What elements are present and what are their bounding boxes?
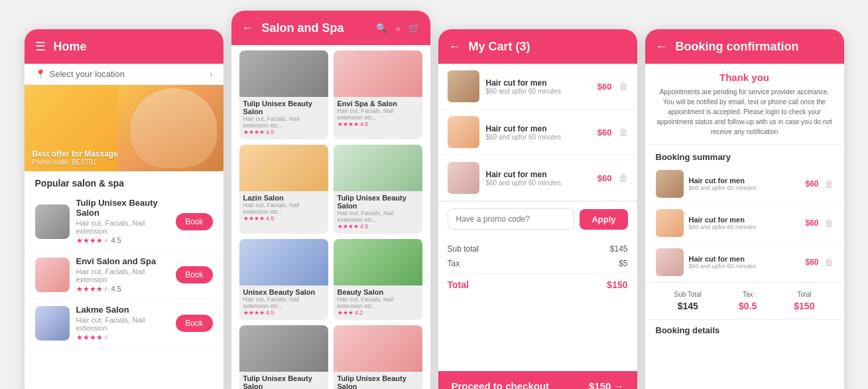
promo-input[interactable] — [448, 208, 575, 230]
list-item[interactable]: Unisex Beauty Salon Hair cut, Facials, N… — [239, 239, 328, 320]
salon-thumbnail — [35, 204, 70, 239]
booking-item-sub: $60 and upfor 60 minutes — [689, 185, 800, 191]
booking-item-name: Hair cut for men — [689, 177, 800, 185]
location-text: Select your location — [50, 69, 125, 79]
promo-line2: Promo code: BEST01 — [32, 159, 118, 166]
booking-item-thumbnail — [656, 209, 684, 237]
tax-value: $0.5 — [739, 301, 757, 311]
location-icon: 📍 — [35, 69, 46, 79]
total-value: $150 — [607, 279, 627, 290]
delete-icon[interactable]: 🗑 — [619, 127, 628, 137]
checkout-bar[interactable]: Proceed to checkout $150 → — [438, 371, 637, 389]
tax-col: Tax $0.5 — [739, 291, 757, 311]
salon-info: Lakme Salon Hair cut, Facials, Nail exte… — [76, 305, 170, 342]
cart-item-price: $60 — [597, 173, 612, 183]
cart-summary: Sub total $145 Tax $5 Total $150 — [438, 236, 637, 298]
list-item[interactable]: Envi Spa & Salon Hair cut, Facials, Nail… — [334, 50, 422, 139]
cart-item-name: Hair cut for men — [486, 170, 591, 179]
delete-icon[interactable]: 🗑 — [619, 173, 628, 183]
grid-salon-name: Tulip Unisex Beauty Salon — [243, 374, 324, 389]
total-label: Total — [794, 291, 814, 298]
screen-salon-spa: ← Salon and Spa 🔍 ⬦ 🛒 Tulip Unisex Beaut… — [231, 11, 430, 389]
delete-icon[interactable]: 🗑 — [824, 257, 834, 268]
total-col: Total $150 — [794, 291, 814, 311]
cart-item-sub: $60 and upfor 60 minutes — [486, 179, 591, 187]
salon-sub: Hair cut, Facials, Nail extension — [76, 316, 170, 332]
back-icon[interactable]: ← — [449, 40, 461, 54]
cart-item-info: Hair cut for men $60 and upfor 60 minute… — [486, 78, 591, 95]
filter-icon[interactable]: ⬦ — [395, 23, 401, 33]
booking-item-sub: $60 and upfor 60 minutes — [689, 224, 800, 230]
popular-section-title: Popular salon & spa — [25, 171, 223, 193]
grid-salon-name: Tulip Unisex Beauty Salon — [243, 100, 324, 116]
checkout-amount: $150 — [589, 380, 611, 389]
salon-sub: Hair cut, Facials, Nail extension — [76, 268, 170, 283]
cart-item-info: Hair cut for men $60 and upfor 60 minute… — [486, 170, 591, 187]
delete-icon[interactable]: 🗑 — [824, 218, 834, 228]
grid-salon-stars: ★★★★ 4.5 — [243, 309, 324, 316]
grid-salon-name: Lazin Salon — [243, 194, 324, 202]
booking-item-info: Hair cut for men $60 and upfor 60 minute… — [689, 255, 800, 270]
salon-name: Lakme Salon — [76, 305, 170, 315]
salon-stars: ★★★★★ 4.5 — [76, 236, 170, 245]
grid-salon-stars: ★★★★ 4.5 — [243, 129, 324, 135]
subtotal-value: $145 — [610, 244, 628, 254]
booking-totals: Sub Total $145 Tax $0.5 Total $150 — [645, 282, 844, 320]
back-icon[interactable]: ← — [242, 21, 254, 35]
salon-name: Envi Salon and Spa — [76, 256, 170, 266]
search-icon[interactable]: 🔍 — [376, 23, 387, 33]
booking-item-name: Hair cut for men — [689, 216, 800, 224]
subtotal-label: Sub Total — [674, 291, 702, 298]
home-header: ☰ Home — [25, 29, 223, 64]
total-row: Total $150 — [448, 273, 628, 293]
list-item[interactable]: Tulip Unisex Beauty Salon Hair cut, Faci… — [239, 50, 328, 139]
grid-salon-name: Envi Spa & Salon — [338, 100, 418, 108]
grid-salon-stars: ★★★★ 4.5 — [338, 223, 418, 230]
location-arrow-icon: › — [210, 69, 212, 79]
booking-content: Thank you Appointments are pending for s… — [645, 64, 844, 389]
total-label: Total — [448, 279, 469, 290]
screen-cart: ← My Cart (3) Hair cut for men $60 and u… — [438, 29, 637, 389]
delete-icon[interactable]: 🗑 — [619, 81, 628, 92]
grid-salon-stars: ★★★ 4.2 — [338, 309, 418, 316]
location-bar[interactable]: 📍 Select your location › — [25, 64, 223, 85]
grid-salon-sub: Hair cut, Facials, Nail extension etc., — [243, 296, 324, 309]
list-item[interactable]: Tulip Unisex Beauty Salon Hair cut, Faci… — [334, 145, 422, 234]
thank-you-title: Thank you — [656, 72, 834, 83]
promo-row: Apply — [438, 201, 637, 236]
grid-salon-stars: ★★★★ 4.5 — [338, 121, 418, 127]
list-item[interactable]: Beauty Salon Hair cut, Facials, Nail ext… — [334, 239, 422, 320]
menu-icon[interactable]: ☰ — [35, 39, 46, 54]
promo-banner: Best offer for Massage Promo code: BEST0… — [25, 85, 223, 171]
booking-item-price: $60 — [805, 218, 818, 228]
book-button[interactable]: Book — [176, 266, 212, 283]
cart-icon[interactable]: 🛒 — [408, 23, 420, 33]
list-item[interactable]: Tulip Unisex Beauty Salon Hair cut, Faci… — [334, 325, 422, 389]
subtotal-col: Sub Total $145 — [674, 291, 702, 311]
cart-item-thumbnail — [448, 162, 479, 194]
salon-stars: ★★★★★ 4.5 — [76, 285, 170, 293]
booking-item-name: Hair cut for men — [689, 255, 800, 263]
subtotal-value: $145 — [674, 301, 702, 311]
list-item[interactable]: Tulip Unisex Beauty Salon Hair cut, Faci… — [239, 325, 328, 389]
list-item: Lakme Salon Hair cut, Facials, Nail exte… — [25, 299, 223, 348]
grid-salon-sub: Hair cut, Facials, Nail extension etc., — [243, 116, 324, 129]
delete-icon[interactable]: 🗑 — [824, 179, 834, 189]
list-item[interactable]: Lazin Salon Hair cut, Facials, Nail exte… — [239, 145, 328, 234]
book-button[interactable]: Book — [176, 315, 212, 332]
screen-home: ☰ Home 📍 Select your location › Best off… — [25, 29, 223, 389]
booking-item-price: $60 — [805, 179, 818, 189]
back-icon[interactable]: ← — [656, 40, 668, 54]
booking-item-info: Hair cut for men $60 and upfor 60 minute… — [689, 216, 800, 230]
apply-button[interactable]: Apply — [580, 209, 627, 230]
grid-salon-name: Beauty Salon — [338, 288, 418, 296]
salon-thumbnail — [35, 306, 70, 341]
book-button[interactable]: Book — [176, 213, 212, 230]
grid-salon-sub: Hair cut, Facials, Nail extension etc., — [338, 108, 418, 121]
cart-item-thumbnail — [448, 70, 479, 102]
cart-item-sub: $60 and upfor 60 minutes — [486, 88, 591, 95]
cart-item-name: Hair cut for men — [486, 124, 591, 133]
booking-item: Hair cut for men $60 and upfor 60 minute… — [645, 243, 844, 282]
salon-stars: ★★★★★ — [76, 333, 170, 342]
cart-item-sub: $60 and upfor 60 minutes — [486, 133, 591, 141]
